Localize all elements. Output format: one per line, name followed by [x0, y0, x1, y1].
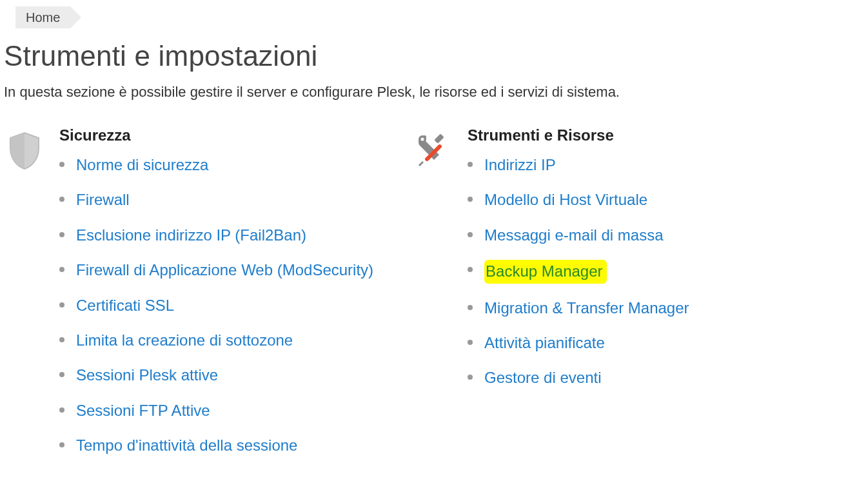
svg-marker-4 [419, 161, 424, 166]
link-fail2ban[interactable]: Esclusione indirizzo IP (Fail2Ban) [76, 226, 306, 244]
link-host-virtuale[interactable]: Modello di Host Virtuale [484, 191, 647, 208]
shield-icon [4, 130, 45, 171]
link-inattivita[interactable]: Tempo d'inattività della sessione [76, 436, 297, 454]
link-sessioni-plesk[interactable]: Sessioni Plesk attive [76, 366, 218, 384]
link-norme-sicurezza[interactable]: Norme di sicurezza [76, 156, 208, 173]
link-sottozone[interactable]: Limita la creazione di sottozone [76, 331, 293, 349]
link-firewall[interactable]: Firewall [76, 191, 130, 208]
page-title: Strumenti e impostazioni [4, 40, 868, 72]
section-tools: Strumenti e Risorse Indirizzi IP Modello… [412, 126, 689, 471]
link-ssl[interactable]: Certificati SSL [76, 297, 174, 314]
svg-point-1 [421, 138, 424, 141]
section-security: Sicurezza Norme di sicurezza Firewall Es… [4, 126, 373, 471]
breadcrumb: Home [0, 0, 868, 28]
link-email-massa[interactable]: Messaggi e-mail di massa [484, 226, 663, 244]
link-indirizzi-ip[interactable]: Indirizzi IP [484, 156, 556, 173]
security-link-list: Norme di sicurezza Firewall Esclusione i… [59, 155, 373, 456]
tools-link-list: Indirizzi IP Modello di Host Virtuale Me… [468, 155, 689, 389]
link-attivita[interactable]: Attività pianificate [484, 334, 605, 351]
link-backup-manager[interactable]: Backup Manager [486, 262, 602, 280]
tools-icon [412, 130, 453, 171]
section-title-tools: Strumenti e Risorse [468, 126, 689, 144]
link-migration[interactable]: Migration & Transfer Manager [484, 299, 689, 317]
page-description: In questa sezione è possibile gestire il… [4, 84, 868, 101]
link-sessioni-ftp[interactable]: Sessioni FTP Attive [76, 402, 210, 419]
svg-rect-2 [434, 133, 444, 144]
link-modsecurity[interactable]: Firewall di Applicazione Web (ModSecurit… [76, 261, 373, 279]
section-title-security: Sicurezza [59, 126, 373, 144]
link-eventi[interactable]: Gestore di eventi [484, 369, 601, 386]
highlight-backup: Backup Manager [484, 260, 606, 283]
breadcrumb-home[interactable]: Home [15, 6, 70, 28]
